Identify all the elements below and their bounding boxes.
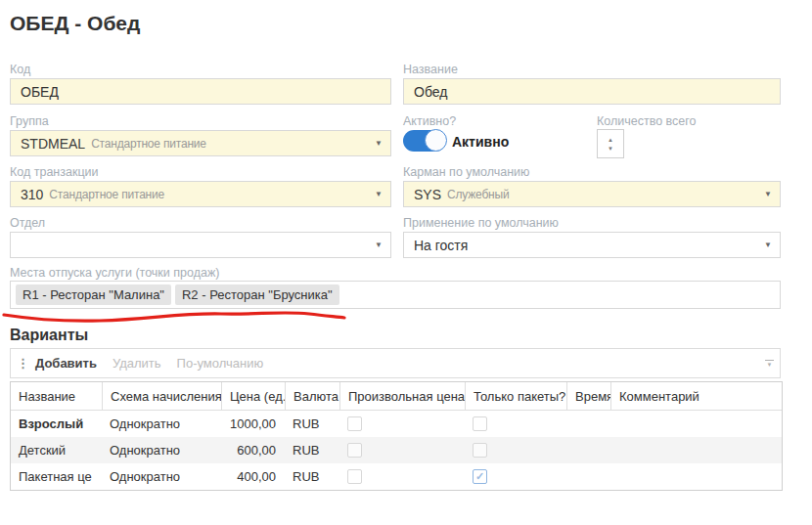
- sale-point-tag[interactable]: R2 - Ресторан "Брусника": [175, 284, 339, 305]
- cell-comment: [610, 411, 782, 437]
- cell-name: Пакетная це: [11, 463, 102, 490]
- spinner-up-icon[interactable]: ▲: [608, 137, 613, 143]
- chevron-down-icon[interactable]: ▼: [375, 241, 383, 249]
- code-label: Код: [10, 63, 30, 76]
- default-application-value: На гостя: [414, 238, 468, 253]
- packages-only-checkbox[interactable]: [473, 416, 487, 431]
- sale-point-tag[interactable]: R1 - Ресторан "Малина": [16, 284, 171, 305]
- variants-toolbar: ⋮ Добавить Удалить По-умолчанию ▼: [10, 348, 781, 378]
- chevron-down-icon[interactable]: ▼: [375, 191, 383, 198]
- chevron-down-icon[interactable]: ▼: [764, 191, 772, 198]
- arbitrary-price-checkbox[interactable]: [347, 469, 362, 484]
- default-pocket-combo[interactable]: SYS Служебный ▼: [403, 181, 781, 207]
- service-edit-page: ОБЕД - Обед Код ОБЕД Название Обед Групп…: [0, 0, 812, 525]
- department-combo[interactable]: ▼: [10, 232, 391, 258]
- packages-only-checkbox[interactable]: [473, 443, 487, 458]
- default-pocket-desc: Служебный: [447, 188, 509, 201]
- page-title: ОБЕД - Обед: [10, 12, 140, 35]
- cell-scheme: Однократно: [102, 463, 221, 490]
- arbitrary-price-checkbox[interactable]: [347, 443, 362, 458]
- table-row[interactable]: Пакетная це Однократно 400,00 RUB: [11, 463, 782, 490]
- cell-currency: RUB: [285, 437, 339, 463]
- arbitrary-price-checkbox[interactable]: [347, 416, 362, 431]
- red-underline-annotation: [0, 307, 352, 328]
- cell-time: [566, 437, 610, 463]
- cell-price: 400,00: [221, 463, 285, 490]
- name-value: Обед: [414, 84, 447, 100]
- cell-price: 1000,00: [221, 411, 285, 437]
- name-label: Название: [403, 63, 458, 76]
- add-button[interactable]: Добавить: [35, 356, 97, 371]
- table-row[interactable]: Детский Однократно 600,00 RUB: [11, 437, 782, 463]
- chevron-down-icon[interactable]: ▼: [764, 241, 772, 249]
- transaction-code-label: Код транзакции: [10, 165, 99, 179]
- table-header-row: Название Схема начисления Цена (ед.) Вал…: [11, 382, 782, 411]
- sale-points-label: Места отпуска услуги (точки продаж): [10, 266, 219, 280]
- cell-scheme: Однократно: [102, 411, 221, 437]
- default-application-combo[interactable]: На гостя ▼: [403, 232, 781, 258]
- transaction-code-combo[interactable]: 310 Стандартное питание ▼: [10, 181, 391, 207]
- total-count-label: Количество всего: [597, 114, 697, 128]
- cell-comment: [610, 463, 782, 490]
- department-label: Отдел: [10, 216, 45, 230]
- col-header-time[interactable]: Время: [566, 382, 610, 410]
- chevron-down-icon[interactable]: ▼: [375, 140, 383, 148]
- default-pocket-code: SYS: [414, 187, 441, 202]
- col-header-price[interactable]: Цена (ед.): [221, 382, 285, 410]
- cell-currency: RUB: [285, 411, 339, 437]
- name-input[interactable]: Обед: [403, 78, 781, 105]
- group-desc: Стандартное питание: [91, 137, 206, 151]
- col-header-comment[interactable]: Комментарий: [610, 382, 782, 410]
- cell-scheme: Однократно: [102, 437, 221, 463]
- cell-name: Детский: [11, 437, 102, 463]
- cell-currency: RUB: [285, 463, 339, 490]
- col-header-currency[interactable]: Валюта: [285, 382, 339, 410]
- group-combo[interactable]: STDMEAL Стандартное питание ▼: [10, 130, 391, 156]
- toolbar-overflow-icon[interactable]: ▼: [765, 360, 774, 368]
- col-header-packages-only[interactable]: Только пакеты?: [465, 382, 566, 410]
- variants-table: Название Схема начисления Цена (ед.) Вал…: [10, 381, 783, 491]
- code-value: ОБЕД: [21, 84, 59, 100]
- col-header-arbitrary-price[interactable]: Произвольная цена: [339, 382, 465, 410]
- cell-price: 600,00: [221, 437, 285, 463]
- table-row[interactable]: Взрослый Однократно 1000,00 RUB: [11, 411, 782, 437]
- transaction-code-desc: Стандартное питание: [49, 188, 164, 201]
- cell-time: [566, 463, 610, 490]
- transaction-code-value: 310: [21, 187, 43, 202]
- toggle-knob-icon: [425, 129, 447, 152]
- active-toggle[interactable]: [403, 130, 446, 152]
- group-label: Группа: [10, 114, 49, 128]
- col-header-scheme[interactable]: Схема начисления: [102, 382, 221, 410]
- toolbar-grip-icon[interactable]: ⋮: [11, 356, 35, 371]
- default-pocket-label: Карман по умолчанию: [403, 165, 529, 179]
- set-default-button[interactable]: По-умолчанию: [177, 356, 264, 371]
- cell-comment: [610, 437, 782, 463]
- cell-name: Взрослый: [11, 411, 102, 437]
- code-input[interactable]: ОБЕД: [10, 78, 391, 105]
- group-code: STDMEAL: [21, 136, 85, 152]
- sale-points-field[interactable]: R1 - Ресторан "Малина" R2 - Ресторан "Бр…: [10, 281, 781, 309]
- spinner-down-icon[interactable]: ▼: [608, 146, 613, 152]
- active-label: Активно?: [403, 114, 456, 128]
- packages-only-checkbox[interactable]: [473, 469, 487, 484]
- delete-button[interactable]: Удалить: [113, 356, 161, 371]
- active-state-text: Активно: [452, 134, 509, 150]
- total-count-stepper[interactable]: ▲ ▼: [597, 129, 624, 158]
- variants-heading: Варианты: [10, 327, 88, 344]
- red-underline-path: [4, 313, 344, 321]
- cell-time: [566, 411, 610, 437]
- default-application-label: Применение по умолчанию: [403, 216, 559, 230]
- col-header-name[interactable]: Название: [11, 382, 102, 410]
